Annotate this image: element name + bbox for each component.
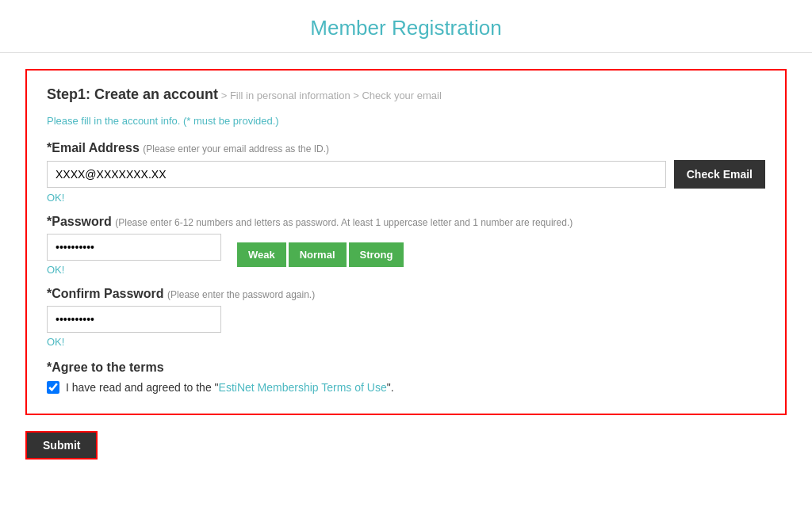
- page-header: Member Registration: [0, 0, 812, 53]
- password-label: *Password (Please enter 6-12 numbers and…: [47, 215, 765, 229]
- main-content: Step1: Create an account > Fill in perso…: [10, 69, 802, 491]
- password-input-wrap: OK!: [47, 234, 221, 276]
- terms-checkbox[interactable]: [47, 381, 59, 394]
- required-note: Please fill in the account info. (* must…: [47, 115, 765, 127]
- submit-button[interactable]: Submit: [25, 431, 98, 460]
- strength-indicators: Weak Normal Strong: [237, 242, 404, 267]
- strength-weak-btn: Weak: [237, 242, 286, 267]
- password-section: *Password (Please enter 6-12 numbers and…: [47, 215, 765, 276]
- password-row: OK! Weak Normal Strong: [47, 234, 765, 276]
- terms-check-row: I have read and agreed to the "EstiNet M…: [47, 381, 765, 394]
- submit-section: Submit: [25, 431, 787, 460]
- email-ok-text: OK!: [47, 192, 765, 204]
- step-title: Step1: Create an account: [47, 86, 218, 102]
- step-header: Step1: Create an account > Fill in perso…: [47, 86, 765, 103]
- email-row: Check Email: [47, 160, 765, 189]
- terms-text: I have read and agreed to the "EstiNet M…: [66, 381, 394, 394]
- email-section: *Email Address (Please enter your email …: [47, 141, 765, 204]
- email-hint: (Please enter your email address as the …: [143, 143, 329, 154]
- confirm-password-hint: (Please enter the password again.): [167, 289, 315, 300]
- confirm-password-section: *Confirm Password (Please enter the pass…: [47, 287, 765, 348]
- form-container: Step1: Create an account > Fill in perso…: [25, 69, 787, 415]
- confirm-password-input[interactable]: [47, 306, 221, 333]
- password-input[interactable]: [47, 234, 221, 261]
- terms-section: *Agree to the terms I have read and agre…: [47, 360, 765, 394]
- email-label: *Email Address (Please enter your email …: [47, 141, 765, 155]
- check-email-button[interactable]: Check Email: [674, 160, 765, 189]
- confirm-password-ok-text: OK!: [47, 336, 765, 348]
- terms-link[interactable]: EstiNet Membership Terms of Use: [219, 381, 387, 394]
- strength-normal-btn: Normal: [289, 242, 347, 267]
- step-breadcrumb: > Fill in personal information > Check y…: [218, 90, 442, 101]
- confirm-password-label: *Confirm Password (Please enter the pass…: [47, 287, 765, 301]
- page-title: Member Registration: [0, 16, 812, 40]
- terms-label: *Agree to the terms: [47, 360, 765, 375]
- password-hint: (Please enter 6-12 numbers and letters a…: [115, 217, 573, 228]
- password-ok-text: OK!: [47, 264, 221, 276]
- strength-strong-btn: Strong: [349, 242, 404, 267]
- email-input[interactable]: [47, 161, 666, 188]
